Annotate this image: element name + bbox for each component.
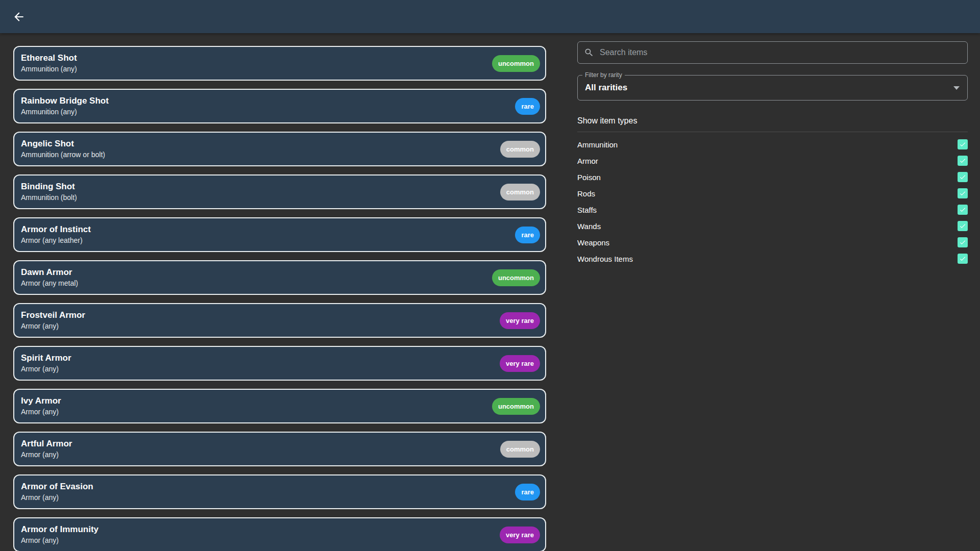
item-type-row: Poison bbox=[577, 169, 968, 185]
item-card[interactable]: Artful Armor Armor (any) common bbox=[13, 432, 546, 466]
rarity-select-label: Filter by rarity bbox=[582, 71, 625, 79]
item-type-row: Weapons bbox=[577, 234, 968, 251]
item-card-text: Artful Armor Armor (any) bbox=[21, 439, 500, 459]
item-type-label: Wondrous Items bbox=[577, 255, 633, 263]
item-name: Binding Shot bbox=[21, 182, 500, 192]
rarity-select[interactable]: Filter by rarity All rarities bbox=[577, 75, 968, 101]
item-card-text: Ivy Armor Armor (any) bbox=[21, 396, 492, 416]
item-card[interactable]: Armor of Evasion Armor (any) rare bbox=[13, 474, 546, 509]
rarity-badge: rare bbox=[515, 484, 540, 500]
rarity-badge: uncommon bbox=[492, 55, 540, 72]
item-name: Armor of Instinct bbox=[21, 224, 515, 235]
item-type-label: Rods bbox=[577, 189, 595, 198]
item-name: Ethereal Shot bbox=[21, 53, 492, 63]
chevron-down-icon bbox=[953, 86, 960, 90]
item-card-text: Spirit Armor Armor (any) bbox=[21, 353, 500, 373]
item-card-text: Rainbow Bridge Shot Ammunition (any) bbox=[21, 96, 515, 116]
check-icon bbox=[959, 239, 966, 246]
item-name: Ivy Armor bbox=[21, 396, 492, 406]
item-type-label: Ammunition bbox=[577, 140, 618, 149]
item-card[interactable]: Spirit Armor Armor (any) very rare bbox=[13, 346, 546, 381]
item-card-text: Armor of Immunity Armor (any) bbox=[21, 524, 500, 545]
topbar bbox=[0, 0, 980, 33]
item-card[interactable]: Armor of Immunity Armor (any) very rare bbox=[13, 517, 546, 551]
item-type: Armor (any metal) bbox=[21, 279, 492, 288]
rarity-badge: common bbox=[500, 184, 540, 201]
item-card[interactable]: Ivy Armor Armor (any) uncommon bbox=[13, 389, 546, 423]
item-type-row: Wands bbox=[577, 218, 968, 234]
check-icon bbox=[959, 157, 966, 164]
search-box bbox=[577, 41, 968, 64]
item-name: Dawn Armor bbox=[21, 267, 492, 278]
search-input[interactable] bbox=[600, 48, 961, 57]
rarity-badge: common bbox=[500, 441, 540, 458]
check-icon bbox=[959, 206, 966, 213]
item-type-checkbox[interactable] bbox=[958, 221, 968, 231]
rarity-badge: common bbox=[500, 141, 540, 158]
item-name: Armor of Immunity bbox=[21, 524, 500, 535]
item-type-checkbox[interactable] bbox=[958, 156, 968, 166]
item-type-list: Ammunition Armor Poison Rods Staffs bbox=[577, 136, 968, 267]
item-card[interactable]: Armor of Instinct Armor (any leather) ra… bbox=[13, 217, 546, 252]
item-card-text: Armor of Instinct Armor (any leather) bbox=[21, 224, 515, 245]
item-type: Armor (any) bbox=[21, 322, 500, 331]
item-card[interactable]: Angelic Shot Ammunition (arrow or bolt) … bbox=[13, 132, 546, 166]
item-type: Armor (any leather) bbox=[21, 236, 515, 245]
item-name: Frostveil Armor bbox=[21, 310, 500, 320]
item-type-row: Ammunition bbox=[577, 136, 968, 153]
item-name: Artful Armor bbox=[21, 439, 500, 449]
rarity-badge: rare bbox=[515, 227, 540, 243]
item-type-row: Rods bbox=[577, 185, 968, 202]
item-type: Ammunition (arrow or bolt) bbox=[21, 151, 500, 159]
item-type: Ammunition (any) bbox=[21, 65, 492, 73]
item-type-row: Wondrous Items bbox=[577, 251, 968, 267]
item-type-label: Poison bbox=[577, 173, 601, 182]
item-type-row: Staffs bbox=[577, 202, 968, 218]
back-button[interactable] bbox=[8, 6, 30, 28]
filter-panel: Filter by rarity All rarities Show item … bbox=[577, 41, 968, 267]
check-icon bbox=[959, 190, 966, 197]
arrow-left-icon bbox=[12, 10, 26, 23]
item-name: Spirit Armor bbox=[21, 353, 500, 363]
search-icon bbox=[584, 47, 594, 58]
item-card-text: Ethereal Shot Ammunition (any) bbox=[21, 53, 492, 73]
item-type-checkbox[interactable] bbox=[958, 237, 968, 247]
item-type-checkbox[interactable] bbox=[958, 188, 968, 198]
divider bbox=[577, 132, 968, 132]
item-card[interactable]: Frostveil Armor Armor (any) very rare bbox=[13, 303, 546, 338]
item-type: Armor (any) bbox=[21, 450, 500, 459]
item-list: Ethereal Shot Ammunition (any) uncommon … bbox=[13, 46, 546, 551]
item-card[interactable]: Rainbow Bridge Shot Ammunition (any) rar… bbox=[13, 89, 546, 123]
item-type-checkbox[interactable] bbox=[958, 205, 968, 215]
rarity-badge: very rare bbox=[500, 312, 540, 329]
item-card-text: Binding Shot Ammunition (bolt) bbox=[21, 182, 500, 202]
item-type-label: Staffs bbox=[577, 206, 597, 214]
item-card-text: Frostveil Armor Armor (any) bbox=[21, 310, 500, 331]
item-type: Armor (any) bbox=[21, 536, 500, 545]
item-card[interactable]: Binding Shot Ammunition (bolt) common bbox=[13, 174, 546, 209]
check-icon bbox=[959, 141, 966, 148]
rarity-badge: uncommon bbox=[492, 269, 540, 286]
item-card-text: Angelic Shot Ammunition (arrow or bolt) bbox=[21, 139, 500, 159]
item-type: Ammunition (bolt) bbox=[21, 193, 500, 202]
item-card[interactable]: Dawn Armor Armor (any metal) uncommon bbox=[13, 260, 546, 295]
rarity-badge: very rare bbox=[500, 355, 540, 372]
rarity-badge: rare bbox=[515, 98, 540, 115]
rarity-badge: very rare bbox=[500, 527, 540, 543]
item-name: Armor of Evasion bbox=[21, 482, 515, 492]
rarity-select-value: All rarities bbox=[585, 83, 627, 93]
item-type-label: Wands bbox=[577, 222, 601, 231]
item-type-checkbox[interactable] bbox=[958, 172, 968, 182]
item-card-text: Armor of Evasion Armor (any) bbox=[21, 482, 515, 502]
rarity-badge: uncommon bbox=[492, 398, 540, 415]
item-type-checkbox[interactable] bbox=[958, 254, 968, 264]
check-icon bbox=[959, 255, 966, 262]
item-types-heading: Show item types bbox=[577, 116, 968, 126]
item-type-checkbox[interactable] bbox=[958, 139, 968, 149]
check-icon bbox=[959, 222, 966, 230]
item-type-label: Armor bbox=[577, 157, 598, 165]
item-type: Armor (any) bbox=[21, 408, 492, 416]
item-type-row: Armor bbox=[577, 153, 968, 169]
item-card[interactable]: Ethereal Shot Ammunition (any) uncommon bbox=[13, 46, 546, 81]
item-type: Ammunition (any) bbox=[21, 108, 515, 116]
